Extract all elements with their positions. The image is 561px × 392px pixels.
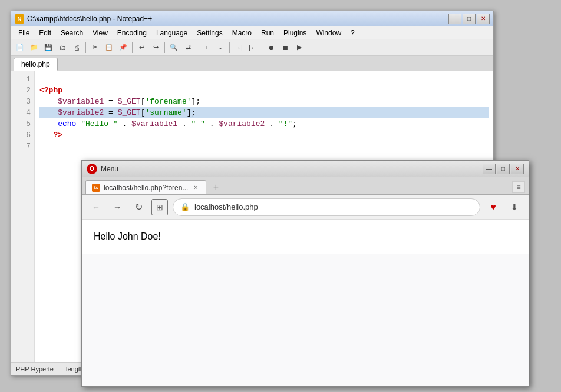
menu-plugins[interactable]: Plugins xyxy=(279,28,311,38)
toolbar-saveall[interactable]: 🗂 xyxy=(56,41,69,54)
toolbar-sep3 xyxy=(164,42,165,53)
menu-window[interactable]: Window xyxy=(311,28,346,38)
line-numbers: 1 2 3 4 5 6 7 xyxy=(11,71,35,362)
address-bar[interactable]: 🔒 localhost/hello.php xyxy=(173,198,480,216)
code-line-4: $variable2 = $_GET['surname']; xyxy=(39,107,489,118)
menu-file[interactable]: File xyxy=(14,28,34,38)
npp-tabbar: hello.php xyxy=(11,56,493,71)
grid-btn[interactable]: ⊞ xyxy=(151,199,168,215)
toolbar-sep2 xyxy=(132,42,133,53)
get1: $_GET xyxy=(118,97,141,106)
browser-tab-label: localhost/hello.php?foren... xyxy=(104,184,188,192)
toolbar-replace[interactable]: ⇄ xyxy=(182,41,194,54)
toolbar-macro-play[interactable]: ▶ xyxy=(293,41,306,54)
php-open-tag: <?php xyxy=(39,86,62,95)
line-num-3: 3 xyxy=(11,96,31,107)
browser-navbar: ← → ↻ ⊞ 🔒 localhost/hello.php ♥ ⬇ xyxy=(82,195,529,220)
toolbar-unindent[interactable]: |← xyxy=(246,41,259,54)
toolbar-indent[interactable]: →| xyxy=(232,41,245,54)
line-num-1: 1 xyxy=(11,74,31,85)
code-line-5: echo "Hello " . $variable1 . " " . $vari… xyxy=(39,118,489,129)
browser-maximize-btn[interactable]: □ xyxy=(497,164,510,174)
echo-kw: echo xyxy=(58,119,76,128)
new-tab-btn[interactable]: + xyxy=(209,180,223,194)
excl-str: "!" xyxy=(279,119,292,128)
npp-titlebar: N C:\xampp\htdocs\hello.php - Notepad++ … xyxy=(11,11,493,26)
code-line-7 xyxy=(39,141,489,152)
toolbar-save[interactable]: 💾 xyxy=(42,41,55,54)
menu-encoding[interactable]: Encoding xyxy=(113,28,151,38)
var2-ref: $variable2 xyxy=(219,119,265,128)
menu-search[interactable]: Search xyxy=(56,28,88,38)
toolbar-zoom-out[interactable]: - xyxy=(214,41,227,54)
tabbar-right: ≡ xyxy=(223,181,525,194)
menu-edit[interactable]: Edit xyxy=(34,28,56,38)
npp-maximize-btn[interactable]: □ xyxy=(463,14,476,24)
toolbar-cut[interactable]: ✂ xyxy=(88,41,101,54)
toolbar-find[interactable]: 🔍 xyxy=(167,41,180,54)
page-content-text: Hello John Doe! xyxy=(94,231,161,241)
lock-icon: 🔒 xyxy=(180,202,190,212)
back-btn[interactable]: ← xyxy=(88,199,104,215)
menu-view[interactable]: View xyxy=(88,28,113,38)
status-php: PHP Hyperte xyxy=(16,366,60,373)
toolbar-zoom-in[interactable]: + xyxy=(200,41,213,54)
forward-btn[interactable]: → xyxy=(109,199,126,215)
menu-settings[interactable]: Settings xyxy=(192,28,227,38)
toolbar-paste[interactable]: 📌 xyxy=(117,41,130,54)
menu-macro[interactable]: Macro xyxy=(227,28,256,38)
menu-language[interactable]: Language xyxy=(151,28,192,38)
toolbar-sep5 xyxy=(229,42,230,53)
browser-tab-active[interactable]: fx localhost/hello.php?foren... ✕ xyxy=(85,180,206,194)
npp-close-btn[interactable]: ✕ xyxy=(477,14,490,24)
browser-titlebar: O Menu — □ ✕ xyxy=(82,161,529,177)
npp-minimize-btn[interactable]: — xyxy=(448,14,461,24)
var1-ref: $variable1 xyxy=(131,119,177,128)
code-line-1 xyxy=(39,74,489,85)
download-btn[interactable]: ⬇ xyxy=(506,199,523,215)
browser-tabbar: fx localhost/hello.php?foren... ✕ + ≡ xyxy=(82,177,529,195)
toolbar-copy[interactable]: 📋 xyxy=(103,41,116,54)
line-num-4: 4 xyxy=(11,107,31,118)
address-text: localhost/hello.php xyxy=(194,202,473,211)
npp-tab-hello[interactable]: hello.php xyxy=(14,58,58,71)
browser-close-btn[interactable]: ✕ xyxy=(511,164,524,174)
line-num-6: 6 xyxy=(11,129,31,141)
tab-close-btn[interactable]: ✕ xyxy=(192,184,200,192)
npp-menubar: File Edit Search View Encoding Language … xyxy=(11,26,493,39)
toolbar-open[interactable]: 📁 xyxy=(28,41,41,54)
opera-logo: O xyxy=(87,164,97,174)
sidebar-toggle[interactable]: ≡ xyxy=(512,181,525,193)
tab-favicon: fx xyxy=(92,184,100,192)
toolbar-macro-stop[interactable]: ⏹ xyxy=(279,41,292,54)
var2: $variable2 xyxy=(58,108,104,117)
browser-titlebar-buttons: — □ ✕ xyxy=(483,164,524,174)
var1: $variable1 xyxy=(58,97,104,106)
toolbar-new[interactable]: 📄 xyxy=(14,41,27,54)
toolbar-sep1 xyxy=(85,42,86,53)
npp-icon: N xyxy=(15,14,24,24)
toolbar-sep4 xyxy=(197,42,197,53)
php-close-tag: ?> xyxy=(53,131,62,139)
line-num-7: 7 xyxy=(11,141,31,152)
toolbar-undo[interactable]: ↩ xyxy=(135,41,148,54)
space-str: " " xyxy=(192,119,205,128)
npp-title: C:\xampp\htdocs\hello.php - Notepad++ xyxy=(27,15,448,23)
browser-minimize-btn[interactable]: — xyxy=(483,164,496,174)
menu-help[interactable]: ? xyxy=(346,28,359,38)
toolbar-print[interactable]: 🖨 xyxy=(70,41,83,54)
code-line-2: <?php xyxy=(39,85,489,96)
npp-titlebar-buttons: — □ ✕ xyxy=(448,14,490,24)
code-line-3: $variable1 = $_GET['forename']; xyxy=(39,96,489,107)
favorite-btn[interactable]: ♥ xyxy=(485,199,501,215)
menu-run[interactable]: Run xyxy=(256,28,279,38)
line-num-2: 2 xyxy=(11,85,31,96)
code-line-6: ?> xyxy=(39,129,489,141)
toolbar-macro-rec[interactable]: ⏺ xyxy=(265,41,278,54)
get2: $_GET xyxy=(118,108,141,117)
reload-btn[interactable]: ↻ xyxy=(130,199,147,215)
toolbar-redo[interactable]: ↪ xyxy=(149,41,162,54)
str1: 'forename' xyxy=(145,97,191,106)
browser-menu-label[interactable]: Menu xyxy=(101,165,118,173)
npp-tab-label: hello.php xyxy=(21,60,50,68)
